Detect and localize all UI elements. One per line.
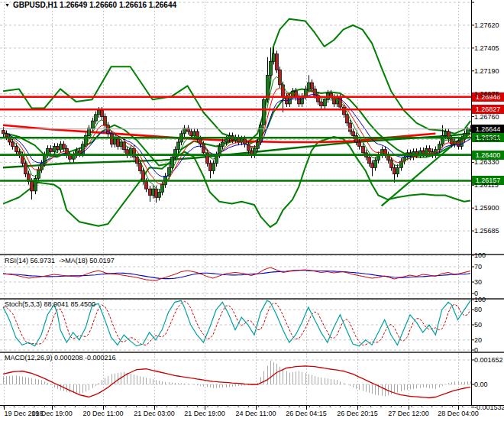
rsi-axis-label[interactable]: 30 — [474, 278, 482, 286]
time-axis-label[interactable]: 26 Dec 04:15 — [279, 410, 333, 417]
macd-indicator-label: MACD(12,26,9) 0.000208 -0.000216 — [5, 354, 116, 362]
candle-bear — [50, 148, 53, 151]
stoch-axis-label[interactable]: 100 — [474, 296, 486, 303]
stoch-axis-label[interactable]: 0 — [474, 346, 478, 354]
bollinger-band-upper — [3, 19, 470, 142]
price-axis-label[interactable]: 1.27620 — [474, 21, 499, 29]
candle-bear — [371, 164, 374, 168]
candle-bear — [111, 134, 114, 144]
candle-bull — [221, 142, 225, 147]
candle-bull — [98, 110, 101, 115]
time-axis-label[interactable]: 20 Dec 11:00 — [76, 410, 130, 417]
candle-bull — [308, 83, 311, 89]
slow-ma-red — [3, 125, 435, 142]
candle-bull — [95, 115, 98, 121]
candle-bear — [2, 131, 5, 134]
candle-bear — [362, 147, 365, 153]
time-axis-label[interactable]: 27 Dec 12:00 — [382, 410, 435, 417]
time-axis-label[interactable]: 28 Dec 04:00 — [431, 410, 485, 417]
candle-bull — [273, 54, 276, 62]
candle-bear — [320, 102, 323, 106]
candle-bear — [15, 147, 18, 152]
candle-bull — [374, 160, 377, 168]
candle-bull — [120, 142, 123, 147]
price-axis-label[interactable]: 1.26975 — [474, 90, 499, 98]
candle-bull — [225, 139, 228, 142]
candle-bear — [190, 131, 193, 136]
candle-bear — [393, 167, 396, 173]
macd-axis-label[interactable]: 0.001652 — [474, 356, 503, 364]
candle-bear — [11, 142, 15, 147]
price-axis-label[interactable]: 1.25685 — [474, 227, 499, 235]
price-axis-label[interactable]: 1.26545 — [474, 135, 499, 143]
candle-bear — [358, 142, 361, 147]
rsi-axis-label[interactable]: 100 — [474, 251, 486, 259]
candle-bear — [145, 181, 148, 189]
time-axis-label[interactable]: 26 Dec 20:15 — [331, 410, 384, 417]
price-axis-label[interactable]: 1.25900 — [474, 204, 499, 212]
macd-axis-label[interactable]: 0.00 — [474, 381, 488, 388]
candle-bear — [139, 164, 142, 171]
candle-bull — [444, 131, 447, 136]
title-ohlc-values: 1.26649 1.26660 1.26616 1.26644 — [60, 1, 176, 9]
candle-bull — [174, 150, 177, 157]
price-tag-current: 1.26644 — [472, 125, 504, 134]
time-axis-label[interactable]: 24 Dec 11:00 — [229, 410, 283, 417]
symbol-period-label: GBPUSD,H1 — [13, 1, 57, 9]
candle-bear — [349, 123, 352, 131]
candle-bear — [298, 98, 301, 104]
candle-bull — [60, 144, 63, 150]
candle-bear — [24, 164, 27, 174]
candle-bull — [177, 142, 180, 150]
candle-bear — [149, 189, 152, 195]
time-axis-label[interactable]: 19 Dec 19:00 — [25, 410, 79, 417]
candle-bear — [368, 157, 371, 163]
candle-bull — [171, 157, 174, 167]
candle-bull — [324, 99, 327, 105]
rsi-line — [3, 268, 470, 280]
price-axis-label[interactable]: 1.27405 — [474, 44, 499, 52]
candle-bull — [212, 164, 215, 171]
candle-bull — [88, 128, 91, 136]
stoch-axis-label[interactable]: 20 — [474, 336, 482, 344]
candle-bear — [31, 181, 34, 191]
candle-bear — [279, 70, 282, 84]
price-axis-label[interactable]: 1.26330 — [474, 158, 499, 166]
panel-separator[interactable] — [0, 298, 504, 300]
price-axis-label[interactable]: 1.26760 — [474, 113, 499, 121]
candle-bull — [193, 131, 196, 136]
candle-bull — [53, 147, 57, 152]
candle-bull — [396, 167, 399, 173]
stochastic-indicator-label: Stoch(5,3,3) 88.9041 85.4500 — [5, 300, 95, 308]
candle-bear — [352, 131, 355, 136]
candle-bull — [152, 189, 155, 195]
chart-canvas[interactable] — [0, 0, 504, 428]
time-axis-label[interactable]: 21 Dec 03:00 — [128, 410, 181, 417]
candle-bear — [101, 110, 104, 116]
candle-bull — [158, 192, 161, 197]
candle-bull — [92, 121, 95, 128]
time-axis-label[interactable]: 21 Dec 19:00 — [178, 410, 231, 417]
rsi-axis-label[interactable]: 70 — [474, 263, 482, 271]
macd-signal-line — [3, 366, 470, 398]
candle-bear — [343, 107, 346, 115]
candle-bull — [114, 139, 117, 144]
candle-bear — [276, 54, 279, 70]
candle-bull — [270, 61, 273, 75]
mt4-chart-window: ▼GBPUSD,H1 1.26649 1.26660 1.26616 1.266… — [0, 0, 504, 428]
candle-bear — [428, 148, 431, 151]
candle-bear — [63, 144, 66, 149]
candle-bear — [209, 164, 212, 171]
stoch-axis-label[interactable]: 80 — [474, 306, 482, 313]
price-axis-label[interactable]: 1.27190 — [474, 67, 499, 75]
panel-separator[interactable] — [0, 352, 504, 353]
candle-bear — [311, 83, 314, 89]
candle-bear — [155, 189, 158, 197]
panel-separator[interactable] — [0, 254, 504, 255]
price-axis-label[interactable]: 1.26115 — [474, 181, 499, 189]
rsi-indicator-label: RSI(14) 56.9731 ->MA(18) 50.0197 — [5, 257, 115, 264]
candle-bear — [57, 147, 60, 150]
stoch-axis-label[interactable]: 50 — [474, 321, 482, 329]
chevron-down-icon[interactable]: ▼ — [5, 2, 10, 8]
candle-bear — [117, 139, 120, 147]
